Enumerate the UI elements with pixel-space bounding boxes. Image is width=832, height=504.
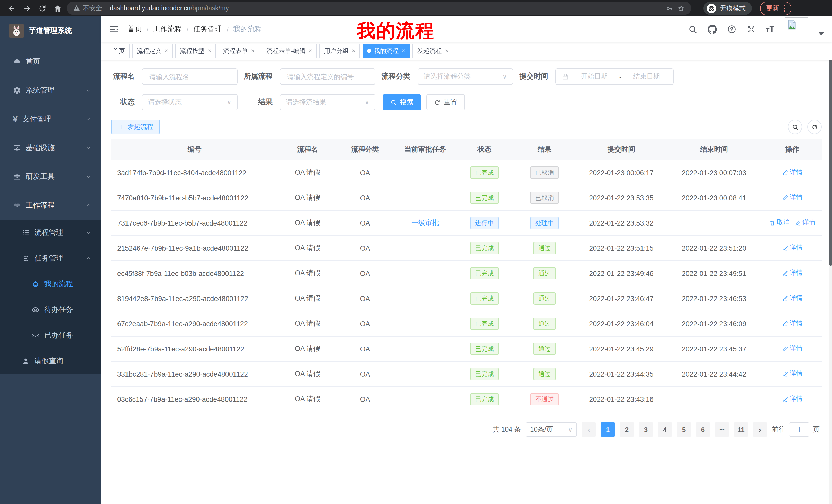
sidebar-item-home[interactable]: 首页 [0, 47, 101, 76]
page-button-5[interactable]: 5 [677, 422, 691, 437]
action-detail-link[interactable]: 详情 [782, 269, 802, 278]
chevron-up-icon [85, 202, 92, 208]
sidebar-item-payment[interactable]: ¥支付管理 [0, 105, 101, 134]
process-id: 3ad174fb-7b9d-11ec-8404-acde48001122 [111, 160, 278, 185]
close-icon[interactable]: × [401, 47, 405, 54]
category-select[interactable]: 请选择流程分类 ∨ [418, 68, 513, 85]
github-icon[interactable] [707, 25, 717, 34]
chevron-down-icon[interactable] [818, 32, 824, 35]
breadcrumb-item[interactable]: 首页 [128, 25, 142, 34]
browser-forward-icon[interactable] [21, 2, 33, 15]
star-icon[interactable] [677, 4, 685, 12]
sidebar-item-devtools[interactable]: 研发工具 [0, 162, 101, 191]
action-detail-link[interactable]: 详情 [782, 244, 802, 253]
chevron-down-icon: ∨ [568, 426, 572, 433]
close-icon[interactable]: × [352, 47, 355, 54]
close-icon[interactable]: × [445, 47, 448, 54]
tab-process-form[interactable]: 流程表单× [218, 44, 259, 58]
date-range-picker[interactable]: 开始日期 - 结束日期 [555, 68, 674, 85]
page-button-1[interactable]: 1 [601, 422, 615, 437]
tab-create-process[interactable]: 发起流程× [412, 44, 453, 58]
page-button-11[interactable]: 11 [734, 422, 748, 437]
actions-cell: 详情 [763, 185, 822, 211]
create-process-button[interactable]: 发起流程 [111, 120, 160, 134]
breadcrumb-item[interactable]: 工作流程 [153, 25, 182, 34]
page-size-select[interactable]: 10条/页 ∨ [525, 422, 577, 437]
browser-back-icon[interactable] [5, 2, 18, 15]
process-id: 2152467e-7b9b-11ec-9a1b-acde48001122 [111, 235, 278, 261]
action-detail-link[interactable]: 详情 [782, 319, 802, 328]
action-cancel-link[interactable]: 取消 [769, 219, 789, 227]
edit-icon [782, 270, 788, 276]
incognito-badge[interactable]: 无痕模式 [703, 2, 752, 15]
sidebar-item-workflow[interactable]: 工作流程 [0, 191, 101, 220]
tab-user-group[interactable]: 用户分组× [319, 44, 360, 58]
status-select[interactable]: 请选择状态 ∨ [142, 94, 238, 110]
sidebar-item-system[interactable]: 系统管理 [0, 76, 101, 105]
search-icon[interactable] [688, 25, 697, 34]
prev-page-button[interactable]: ‹ [581, 422, 596, 437]
scrollbar-thumb[interactable] [829, 45, 832, 265]
action-detail-link[interactable]: 详情 [782, 395, 802, 403]
key-icon[interactable] [666, 4, 674, 12]
close-icon[interactable]: × [208, 47, 211, 54]
sidebar-item-process-mgmt[interactable]: 流程管理 [0, 220, 101, 246]
sidebar-item-task-mgmt[interactable]: 任务管理 [0, 246, 101, 271]
result-cell: 通过 [512, 235, 577, 261]
result-select[interactable]: 请选择流结果 ∨ [280, 94, 375, 110]
tab-process-form-edit[interactable]: 流程表单-编辑× [262, 44, 317, 58]
address-bar[interactable]: 不安全 dashboard.yudao.iocoder.cn/bpm/task/… [67, 2, 691, 15]
fullscreen-icon[interactable] [747, 25, 756, 34]
browser-menu-icon[interactable] [784, 5, 785, 12]
browser-home-icon[interactable] [51, 2, 64, 15]
tab-home[interactable]: 首页 [108, 44, 130, 58]
refresh-table-button[interactable] [807, 120, 822, 134]
tab-process-definition[interactable]: 流程定义× [132, 44, 173, 58]
show-search-button[interactable] [788, 120, 802, 134]
submit-time: 2022-01-22 23:51:15 [577, 235, 666, 261]
page-button-2[interactable]: 2 [620, 422, 634, 437]
sidebar-collapse-icon[interactable] [109, 24, 119, 34]
next-page-button[interactable]: › [753, 422, 767, 437]
breadcrumb-item[interactable]: 任务管理 [193, 25, 222, 34]
close-icon[interactable]: × [309, 47, 312, 54]
sidebar-item-my-process[interactable]: 我的流程 [0, 271, 101, 297]
window-scrollbar[interactable] [829, 17, 832, 504]
process-definition-input[interactable] [286, 72, 369, 81]
sidebar-item-infra[interactable]: 基础设施 [0, 134, 101, 162]
sidebar-item-todo-task[interactable]: 待办任务 [0, 297, 101, 323]
page-more-button[interactable]: ••• [715, 422, 729, 437]
action-detail-link[interactable]: 详情 [795, 219, 815, 227]
process-name-input[interactable] [148, 72, 231, 81]
action-detail-link[interactable]: 详情 [782, 168, 802, 177]
page-button-3[interactable]: 3 [639, 422, 653, 437]
sidebar-item-leave-query[interactable]: 请假查询 [0, 348, 101, 374]
action-detail-link[interactable]: 详情 [782, 344, 802, 353]
sidebar-item-done-task[interactable]: 已办任务 [0, 323, 101, 348]
action-detail-link[interactable]: 详情 [782, 193, 802, 202]
browser-reload-icon[interactable] [36, 2, 48, 15]
process-category: OA [337, 261, 393, 286]
sidebar-item-label: 我的流程 [44, 279, 73, 289]
reset-button[interactable]: 重置 [426, 94, 465, 110]
page-button-4[interactable]: 4 [658, 422, 672, 437]
close-icon[interactable]: × [164, 47, 168, 54]
goto-page-input[interactable] [789, 422, 809, 437]
action-detail-link[interactable]: 详情 [782, 370, 802, 379]
security-status[interactable]: 不安全 [73, 4, 102, 12]
font-size-icon[interactable]: TT [766, 25, 774, 34]
browser-update-button[interactable]: 更新 [760, 1, 791, 15]
tab-my-process[interactable]: 我的流程× [363, 44, 410, 58]
action-detail-link[interactable]: 详情 [782, 294, 802, 303]
page-button-6[interactable]: 6 [696, 422, 710, 437]
current-task-link[interactable]: 一级审批 [411, 219, 439, 227]
search-button[interactable]: 搜索 [383, 94, 421, 110]
status-badge: 已完成 [470, 292, 499, 305]
end-time [666, 387, 763, 412]
tab-process-model[interactable]: 流程模型× [175, 44, 216, 58]
help-icon[interactable] [727, 25, 736, 34]
close-icon[interactable]: × [251, 47, 255, 54]
plus-icon [118, 123, 125, 130]
column-header: 流程名 [278, 139, 337, 160]
avatar[interactable] [785, 18, 808, 41]
